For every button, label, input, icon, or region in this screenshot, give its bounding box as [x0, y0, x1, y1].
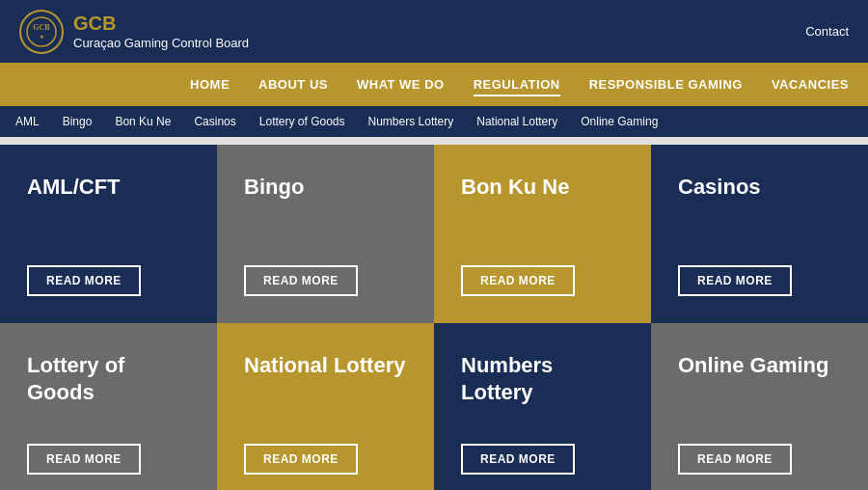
subnav-aml[interactable]: AML — [15, 109, 40, 134]
card-title-casinos: Casinos — [678, 174, 761, 201]
svg-text:⚜: ⚜ — [40, 35, 44, 40]
subnav-casinos[interactable]: Casinos — [194, 109, 235, 134]
subnav-bon-ku-ne[interactable]: Bon Ku Ne — [115, 109, 171, 134]
nav-what-we-do[interactable]: WHAT WE DO — [357, 72, 445, 96]
nav-responsible-gaming[interactable]: RESPONSIBLE GAMING — [589, 72, 743, 96]
card-title-lottery-of-goods: Lottery of Goods — [27, 352, 190, 405]
card-online-gaming: Online Gaming READ MORE — [651, 323, 868, 490]
card-bon-ku-ne: Bon Ku Ne READ MORE — [434, 145, 651, 323]
divider — [0, 137, 868, 145]
card-numbers-lottery: Numbers Lottery READ MORE — [434, 323, 651, 490]
sub-nav: AML Bingo Bon Ku Ne Casinos Lottery of G… — [0, 106, 868, 137]
logo-icon: GCB ⚜ — [19, 10, 64, 54]
svg-text:GCB: GCB — [33, 23, 50, 32]
card-title-aml-cft: AML/CFT — [27, 174, 121, 201]
read-more-bingo[interactable]: READ MORE — [244, 265, 358, 296]
read-more-online-gaming[interactable]: READ MORE — [678, 444, 792, 475]
card-aml-cft: AML/CFT READ MORE — [0, 145, 217, 323]
nav-home[interactable]: HOME — [190, 72, 230, 96]
main-nav: HOME ABOUT US WHAT WE DO REGULATION RESP… — [0, 63, 868, 106]
card-casinos: Casinos READ MORE — [651, 145, 868, 323]
logo-text: GCB Curaçao Gaming Control Board — [73, 11, 249, 52]
logo[interactable]: GCB ⚜ GCB Curaçao Gaming Control Board — [19, 10, 249, 54]
read-more-national-lottery[interactable]: READ MORE — [244, 444, 358, 475]
card-title-bingo: Bingo — [244, 174, 304, 201]
subnav-national-lottery[interactable]: National Lottery — [476, 109, 557, 134]
subnav-online-gaming[interactable]: Online Gaming — [581, 109, 658, 134]
card-title-bon-ku-ne: Bon Ku Ne — [461, 174, 569, 201]
card-title-online-gaming: Online Gaming — [678, 352, 828, 379]
nav-about-us[interactable]: ABOUT US — [258, 72, 328, 96]
subnav-lottery-of-goods[interactable]: Lottery of Goods — [259, 109, 345, 134]
svg-point-0 — [27, 17, 56, 46]
top-bar: GCB ⚜ GCB Curaçao Gaming Control Board C… — [0, 0, 868, 63]
subnav-bingo[interactable]: Bingo — [63, 109, 93, 134]
nav-regulation[interactable]: REGULATION — [474, 72, 560, 96]
read-more-aml-cft[interactable]: READ MORE — [27, 265, 141, 296]
card-bingo: Bingo READ MORE — [217, 145, 434, 323]
card-title-national-lottery: National Lottery — [244, 352, 405, 379]
cards-grid: AML/CFT READ MORE Bingo READ MORE Bon Ku… — [0, 145, 868, 490]
card-lottery-of-goods: Lottery of Goods READ MORE — [0, 323, 217, 490]
read-more-bon-ku-ne[interactable]: READ MORE — [461, 265, 575, 296]
subnav-numbers-lottery[interactable]: Numbers Lottery — [368, 109, 454, 134]
read-more-numbers-lottery[interactable]: READ MORE — [461, 444, 575, 475]
contact-link[interactable]: Contact — [805, 24, 849, 39]
read-more-lottery-of-goods[interactable]: READ MORE — [27, 444, 141, 475]
card-title-numbers-lottery: Numbers Lottery — [461, 352, 624, 405]
nav-vacancies[interactable]: VACANCIES — [772, 72, 849, 96]
read-more-casinos[interactable]: READ MORE — [678, 265, 792, 296]
card-national-lottery: National Lottery READ MORE — [217, 323, 434, 490]
